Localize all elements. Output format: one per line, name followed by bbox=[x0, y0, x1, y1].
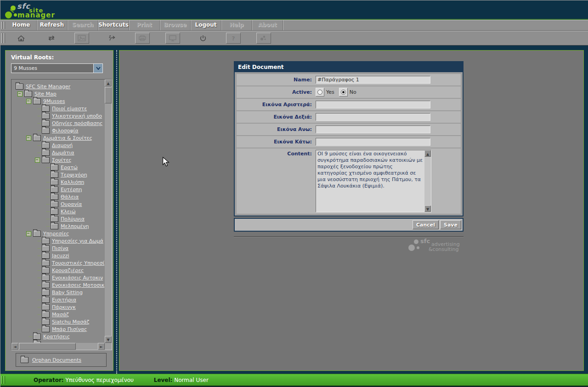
toolbar-button[interactable] bbox=[6, 31, 36, 46]
tree-item-link[interactable]: Μελπομένη bbox=[61, 223, 89, 229]
virtual-roots-select[interactable]: 9 Musses bbox=[11, 63, 103, 73]
tree-horizontal-scrollbar[interactable]: ◄ ► bbox=[11, 343, 105, 350]
active-label: Active: bbox=[237, 89, 316, 95]
toolbar-button[interactable] bbox=[97, 31, 127, 46]
image-top-label: Εικόνα Ανω: bbox=[237, 126, 316, 132]
menu-item-refresh[interactable]: Refresh bbox=[37, 20, 68, 30]
tree-item-link[interactable]: Καλλιόπη bbox=[61, 179, 85, 185]
active-yes-radio[interactable] bbox=[316, 88, 324, 97]
tree-vscroll-thumb[interactable] bbox=[105, 87, 112, 103]
cancel-button[interactable]: Cancel bbox=[413, 220, 439, 229]
tree-item-link[interactable]: Οδηγίες πρόσβασης bbox=[52, 120, 102, 126]
tree-item: Κρουαζιέρες bbox=[11, 267, 105, 274]
tree-connector bbox=[38, 307, 41, 307]
tree-item-link[interactable]: Κλειώ bbox=[61, 209, 76, 215]
operator-label: Operator: bbox=[34, 377, 64, 383]
name-row: Name: bbox=[237, 74, 461, 85]
tree-hscroll-thumb[interactable] bbox=[19, 343, 76, 350]
tree-vertical-scrollbar[interactable]: ▲ ▼ bbox=[105, 80, 112, 343]
tree-item-link[interactable]: Θάλεια bbox=[61, 194, 79, 200]
tree-item-link[interactable]: Baby Sitting bbox=[52, 290, 83, 296]
tree-item-link[interactable]: Δωμάτια & Σουίτες bbox=[43, 135, 92, 141]
dialog-footer: Cancel Save bbox=[234, 218, 464, 232]
tree-item-link[interactable]: Πάρκινγκ bbox=[52, 304, 76, 310]
collapse-minus-icon[interactable] bbox=[35, 158, 40, 163]
scroll-down-arrow-icon[interactable]: ▼ bbox=[105, 336, 112, 343]
tree-item-link[interactable]: Ευτέρπη bbox=[61, 187, 82, 193]
tree-item-link[interactable]: Υλικοτεχνική υποδο bbox=[52, 113, 102, 119]
tree-item-link[interactable]: Κρουαζιέρες bbox=[52, 267, 84, 273]
content-scrollbar[interactable]: ▲ ▼ bbox=[424, 150, 431, 212]
tree-item-link[interactable]: Jacuzzi bbox=[52, 253, 69, 259]
panel-splitter[interactable] bbox=[116, 50, 117, 374]
folder-icon bbox=[42, 312, 50, 318]
tree-item-link[interactable]: Μπάρ Πισίνας bbox=[52, 326, 87, 332]
menu-bar-grip[interactable] bbox=[1, 22, 5, 29]
tree-item-link[interactable]: Υπηρεσίες για Δωμά bbox=[52, 238, 103, 244]
folder-icon bbox=[51, 172, 58, 178]
folder-icon bbox=[42, 260, 50, 266]
orphan-documents-link[interactable]: Orphan Documents bbox=[32, 357, 81, 363]
tree-connector bbox=[38, 108, 41, 109]
collapse-minus-icon[interactable] bbox=[26, 99, 31, 104]
scroll-up-arrow-icon[interactable]: ▲ bbox=[105, 80, 112, 86]
scroll-down-arrow-icon[interactable]: ▼ bbox=[424, 205, 431, 212]
image-right-input[interactable] bbox=[316, 113, 430, 121]
sfc-site-manager-window: sfc site manager HomeRefreshSearchShortc… bbox=[0, 0, 588, 387]
tree-item: Δωμάτια bbox=[11, 149, 105, 156]
status-bar-grip[interactable] bbox=[1, 376, 5, 384]
toolbar-button[interactable] bbox=[36, 31, 67, 46]
tree-connector bbox=[38, 131, 41, 131]
scroll-up-arrow-icon[interactable]: ▲ bbox=[424, 150, 431, 157]
scroll-right-arrow-icon[interactable]: ► bbox=[98, 343, 105, 350]
tree-item-link[interactable]: Ουρανία bbox=[61, 201, 82, 207]
collapse-minus-icon[interactable] bbox=[26, 136, 31, 141]
folder-icon bbox=[51, 194, 58, 200]
save-button[interactable]: Save bbox=[440, 220, 461, 229]
menu-item-logout[interactable]: Logout bbox=[191, 20, 221, 30]
tree-item: Θάλεια bbox=[11, 193, 105, 200]
tree-item-link[interactable]: SFC Site Manager bbox=[26, 84, 70, 90]
tree-item-link[interactable]: Σουίτες bbox=[52, 157, 72, 163]
tree-connector bbox=[46, 219, 50, 219]
virtual-roots-selected-value: 9 Musses bbox=[11, 65, 93, 71]
tree-item-link[interactable]: Μασάζ bbox=[52, 312, 69, 318]
active-no-label: No bbox=[350, 89, 356, 95]
tree-item-link[interactable]: Πολύμνια bbox=[61, 216, 85, 222]
tree-item-link[interactable]: Siatchu Μασάζ bbox=[52, 319, 90, 325]
tree-item-link[interactable]: Εισιτήρια bbox=[52, 297, 76, 303]
tree-item-link[interactable]: Ενοικιάσεις Αυτοκιν bbox=[52, 275, 103, 281]
tree-item-link[interactable]: Τουριστικές Υπηρεσί bbox=[52, 260, 104, 266]
active-no-radio[interactable] bbox=[339, 88, 348, 97]
tree-item-link[interactable]: Ποιοί είμαστε bbox=[52, 106, 87, 112]
menu-item-shortcuts[interactable]: Shortcuts bbox=[98, 20, 129, 30]
toolbar-grip[interactable] bbox=[1, 33, 5, 43]
tree-item-link[interactable]: Φιλοσοφία bbox=[52, 128, 79, 134]
horizontal-divider bbox=[234, 236, 464, 237]
content-textarea[interactable]: ΟΙ 9 μούσες είναι ένα οικογενειακό συγκρ… bbox=[316, 150, 431, 212]
folder-icon bbox=[42, 282, 50, 288]
name-input[interactable] bbox=[316, 76, 430, 84]
tree-item-link[interactable]: Κρατήσεις bbox=[43, 334, 70, 340]
tree-item-link[interactable]: 9Musses bbox=[43, 98, 65, 104]
image-top-input[interactable] bbox=[316, 125, 430, 133]
tree-item-link[interactable]: Πισίνα bbox=[52, 245, 68, 251]
edit-document-dialog: Edit Document Name: Active: Yes No bbox=[234, 61, 464, 232]
tree-item-link[interactable]: Διαμονή bbox=[52, 142, 73, 148]
tree-item-link[interactable]: Δωμάτια bbox=[52, 150, 74, 156]
image-right-row: Εικόνα Δεξιά: bbox=[237, 111, 461, 123]
collapse-minus-icon[interactable] bbox=[17, 91, 23, 97]
name-label: Name: bbox=[237, 77, 316, 83]
image-left-input[interactable] bbox=[316, 101, 430, 108]
toolbar-button[interactable] bbox=[188, 31, 218, 46]
collapse-minus-icon[interactable] bbox=[26, 231, 31, 236]
tree-item-link[interactable]: Τερψιχόρη bbox=[61, 172, 87, 178]
scroll-left-arrow-icon[interactable]: ◄ bbox=[11, 343, 18, 350]
tree-item-link[interactable]: Ενοικιάσεις Μοτοσικ bbox=[52, 282, 104, 288]
tree-item-link[interactable]: Ερατώ bbox=[61, 165, 78, 171]
image-bottom-input[interactable] bbox=[316, 138, 430, 146]
menu-item-home[interactable]: Home bbox=[6, 20, 37, 30]
chevron-down-icon[interactable] bbox=[93, 64, 102, 73]
tree-item-link[interactable]: Υπηρεσίες bbox=[43, 231, 69, 237]
tree-item-link[interactable]: Site Map bbox=[34, 91, 57, 97]
